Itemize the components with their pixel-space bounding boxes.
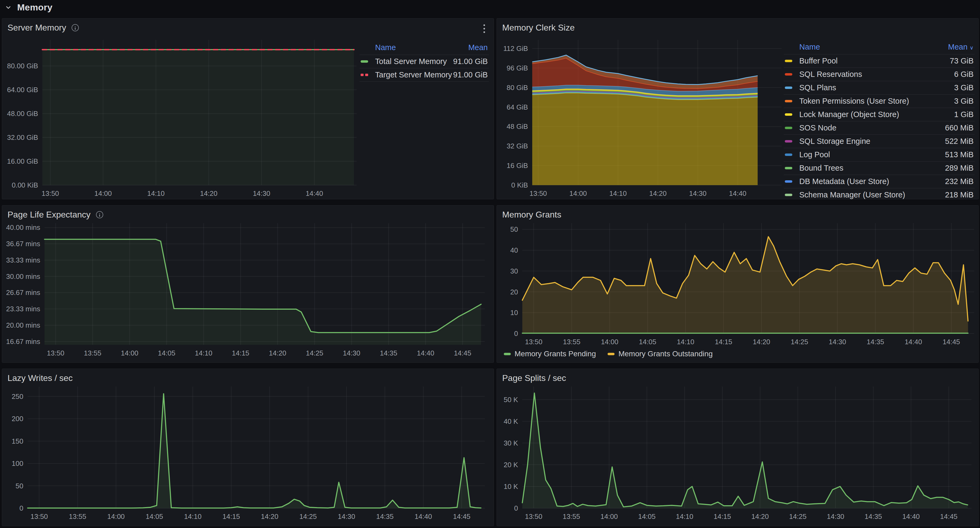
y-axis-tick-label: 0 KiB	[511, 181, 528, 189]
x-axis-tick-label: 14:05	[638, 512, 655, 520]
legend-row[interactable]: Target Server Memory 91.00 GiB	[360, 68, 489, 82]
legend-series-mean: 522 MiB	[945, 137, 974, 146]
dashboard-row-memory[interactable]: Memory	[4, 2, 52, 13]
y-axis-tick-label: 10	[510, 309, 518, 317]
y-axis-tick-label: 48.00 GiB	[7, 109, 38, 117]
legend-header-mean[interactable]: Mean	[468, 43, 488, 52]
legend-row[interactable]: SQL Reservations 6 GiB	[784, 68, 975, 81]
x-axis-tick-label: 14:20	[751, 512, 769, 520]
y-axis-tick-label: 50	[510, 225, 518, 233]
x-axis-tick-label: 14:45	[453, 512, 470, 520]
series-color-swatch	[785, 140, 792, 143]
series-color-swatch	[785, 194, 792, 196]
y-axis-tick-label: 50 K	[504, 396, 518, 404]
x-axis-tick-label: 14:15	[713, 512, 731, 520]
y-axis-tick-label: 20.00 mins	[6, 321, 40, 329]
info-icon[interactable]	[96, 211, 103, 218]
legend-series-mean: 73 GiB	[950, 57, 974, 65]
info-icon[interactable]	[72, 24, 79, 31]
series-color-swatch	[504, 353, 511, 355]
legend-series-name: Lock Manager (Object Store)	[799, 110, 954, 119]
legend-item[interactable]: Memory Grants Outstanding	[608, 350, 713, 358]
panel-title[interactable]: Server Memory	[8, 23, 79, 33]
page-splits-chart[interactable]: 010 K20 K30 K40 K50 K13:5013:5514:0014:0…	[497, 369, 978, 526]
legend-row[interactable]: Bound Trees 289 MiB	[784, 161, 975, 174]
panel-title[interactable]: Page Splits / sec	[502, 373, 566, 383]
y-axis-tick-label: 32.00 GiB	[7, 133, 38, 141]
panel-memory-grants: Memory Grants 0102030405013:5013:5514:00…	[496, 205, 978, 363]
panel-title[interactable]: Memory Grants	[502, 210, 561, 220]
y-axis-tick-label: 250	[12, 392, 23, 401]
x-axis-tick-label: 14:15	[232, 349, 249, 357]
x-axis-tick-label: 14:20	[261, 512, 278, 520]
series-color-swatch	[785, 113, 792, 116]
y-axis-tick-label: 16.67 mins	[6, 338, 40, 346]
series-line[interactable]	[28, 394, 481, 508]
x-axis-tick-label: 14:00	[94, 189, 112, 197]
y-axis-tick-label: 33.33 mins	[6, 256, 40, 264]
legend-series-name: Schema Manager (User Store)	[799, 190, 945, 199]
legend-row[interactable]: Log Pool 513 MiB	[784, 148, 975, 161]
stacked-area-layer[interactable]	[532, 93, 758, 185]
y-axis-tick-label: 100	[12, 460, 23, 468]
legend-row[interactable]: Schema Manager (User Store) 218 MiB	[784, 188, 975, 199]
legend-series-name: Log Pool	[799, 150, 945, 159]
legend-row[interactable]: Buffer Pool 73 GiB	[784, 54, 975, 68]
x-axis-tick-label: 14:35	[867, 338, 884, 346]
server-memory-legend: Name MeanTotal Server Memory 91.00 GiBTa…	[360, 41, 489, 82]
x-axis-tick-label: 14:20	[269, 349, 286, 357]
legend-row[interactable]: DB Metadata (User Store) 232 MiB	[784, 174, 975, 188]
series-area-fill	[28, 394, 481, 508]
x-axis-tick-label: 14:25	[789, 512, 807, 520]
legend-series-name: SOS Node	[799, 124, 945, 132]
x-axis-tick-label: 14:00	[570, 189, 587, 197]
panel-page-life-expectancy: Page Life Expectancy 16.67 mins20.00 min…	[2, 205, 494, 363]
memory-grants-chart[interactable]: 0102030405013:5013:5514:0014:0514:1014:1…	[497, 206, 978, 362]
x-axis-tick-label: 14:45	[940, 512, 958, 520]
page-life-expectancy-chart[interactable]: 16.67 mins20.00 mins23.33 mins26.67 mins…	[2, 206, 494, 362]
legend-row[interactable]: SOS Node 660 MiB	[784, 121, 975, 135]
panel-title[interactable]: Memory Clerk Size	[502, 23, 574, 33]
series-area-fill	[522, 237, 968, 333]
x-axis-tick-label: 14:05	[158, 349, 175, 357]
legend-series-name: SQL Reservations	[799, 70, 954, 79]
series-line[interactable]	[522, 393, 968, 507]
x-axis-tick-label: 14:10	[184, 512, 202, 520]
legend-row[interactable]: SQL Storage Engine 522 MiB	[784, 135, 975, 148]
y-axis-tick-label: 96 GiB	[507, 64, 528, 72]
legend-series-mean: 3 GiB	[954, 97, 974, 106]
panel-title[interactable]: Page Life Expectancy	[8, 210, 103, 220]
chevron-down-icon[interactable]	[4, 3, 12, 11]
legend-header-name[interactable]: Name	[799, 43, 820, 51]
panel-title[interactable]: Lazy Writes / sec	[8, 373, 73, 383]
x-axis-tick-label: 14:00	[600, 512, 618, 520]
x-axis-tick-label: 14:35	[864, 512, 882, 520]
legend-series-mean: 289 MiB	[945, 164, 974, 173]
panel-lazy-writes: Lazy Writes / sec 05010015020025013:5013…	[2, 369, 494, 526]
lazy-writes-chart[interactable]: 05010015020025013:5013:5514:0014:0514:10…	[2, 369, 494, 526]
panel-menu-kebab-icon[interactable]	[480, 23, 489, 35]
y-axis-tick-label: 20	[510, 288, 518, 296]
x-axis-tick-label: 14:10	[609, 189, 627, 197]
legend-row[interactable]: Lock Manager (Object Store) 1 GiB	[784, 108, 975, 121]
legend-row[interactable]: Total Server Memory 91.00 GiB	[360, 55, 489, 68]
x-axis-tick-label: 14:20	[753, 338, 770, 346]
x-axis-tick-label: 14:35	[376, 512, 394, 520]
legend-row[interactable]: SQL Plans 3 GiB	[784, 81, 975, 94]
y-axis-tick-label: 80 GiB	[507, 84, 528, 92]
x-axis-tick-label: 14:00	[601, 338, 618, 346]
x-axis-tick-label: 14:25	[299, 512, 317, 520]
y-axis-tick-label: 112 GiB	[503, 44, 528, 52]
x-axis-tick-label: 14:45	[943, 338, 960, 346]
legend-series-name: DB Metadata (User Store)	[799, 177, 945, 186]
legend-series-mean: 232 MiB	[945, 177, 974, 186]
legend-header-name[interactable]: Name	[375, 43, 396, 52]
series-color-swatch	[785, 73, 792, 76]
legend-item[interactable]: Memory Grants Pending	[504, 350, 596, 358]
legend-header-mean[interactable]: Mean∨	[948, 43, 974, 51]
legend-series-mean: 91.00 GiB	[453, 70, 488, 79]
legend-row[interactable]: Token Permissions (User Store) 3 GiB	[784, 94, 975, 108]
y-axis-tick-label: 32 GiB	[507, 142, 528, 150]
legend-series-mean: 6 GiB	[954, 70, 974, 79]
x-axis-tick-label: 14:10	[677, 338, 694, 346]
